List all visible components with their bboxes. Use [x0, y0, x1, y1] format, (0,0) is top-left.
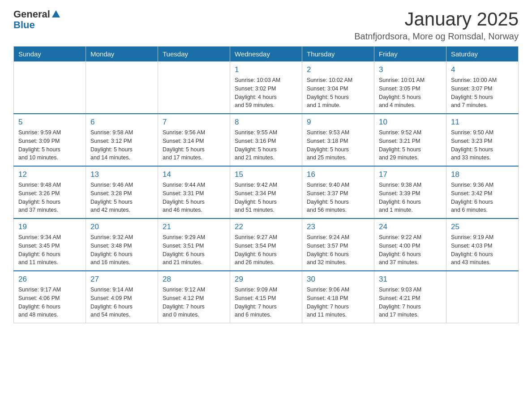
- day-info: Sunrise: 9:48 AM Sunset: 3:26 PM Dayligh…: [18, 181, 81, 214]
- header-monday: Monday: [86, 47, 158, 62]
- day-info: Sunrise: 9:22 AM Sunset: 4:00 PM Dayligh…: [379, 233, 442, 267]
- calendar-cell: 23Sunrise: 9:24 AM Sunset: 3:57 PM Dayli…: [302, 218, 374, 271]
- day-info: Sunrise: 9:40 AM Sunset: 3:37 PM Dayligh…: [307, 181, 369, 214]
- calendar-cell: 8Sunrise: 9:55 AM Sunset: 3:16 PM Daylig…: [230, 114, 302, 166]
- day-info: Sunrise: 10:01 AM Sunset: 3:05 PM Daylig…: [379, 76, 442, 110]
- calendar-cell: 30Sunrise: 9:06 AM Sunset: 4:18 PM Dayli…: [302, 271, 374, 323]
- calendar-cell: 10Sunrise: 9:52 AM Sunset: 3:21 PM Dayli…: [374, 114, 446, 166]
- day-info: Sunrise: 9:58 AM Sunset: 3:12 PM Dayligh…: [90, 128, 153, 162]
- calendar-cell: 16Sunrise: 9:40 AM Sunset: 3:37 PM Dayli…: [302, 166, 374, 218]
- day-info: Sunrise: 9:56 AM Sunset: 3:14 PM Dayligh…: [163, 128, 225, 162]
- calendar-table: Sunday Monday Tuesday Wednesday Thursday…: [13, 46, 519, 323]
- location: Batnfjordsora, More og Romsdal, Norway: [354, 31, 519, 42]
- day-number: 11: [451, 118, 514, 127]
- title-section: January 2025 Batnfjordsora, More og Roms…: [354, 9, 519, 42]
- calendar-cell: 13Sunrise: 9:46 AM Sunset: 3:28 PM Dayli…: [86, 166, 158, 218]
- day-number: 27: [90, 275, 153, 284]
- calendar-cell: 14Sunrise: 9:44 AM Sunset: 3:31 PM Dayli…: [158, 166, 230, 218]
- day-number: 29: [235, 275, 297, 284]
- calendar-row-2: 5Sunrise: 9:59 AM Sunset: 3:09 PM Daylig…: [14, 114, 519, 166]
- day-number: 3: [379, 65, 442, 74]
- calendar-cell: [446, 271, 519, 323]
- header-sunday: Sunday: [14, 47, 86, 62]
- calendar-cell: 3Sunrise: 10:01 AM Sunset: 3:05 PM Dayli…: [374, 62, 446, 114]
- calendar-row-3: 12Sunrise: 9:48 AM Sunset: 3:26 PM Dayli…: [14, 166, 519, 218]
- calendar-cell: 19Sunrise: 9:34 AM Sunset: 3:45 PM Dayli…: [14, 218, 86, 271]
- calendar-cell: 11Sunrise: 9:50 AM Sunset: 3:23 PM Dayli…: [446, 114, 519, 166]
- day-info: Sunrise: 9:14 AM Sunset: 4:09 PM Dayligh…: [90, 286, 153, 319]
- day-number: 6: [90, 118, 153, 127]
- day-number: 21: [163, 223, 225, 231]
- day-info: Sunrise: 10:00 AM Sunset: 3:07 PM Daylig…: [451, 76, 514, 110]
- day-number: 8: [235, 118, 297, 127]
- day-number: 17: [379, 170, 442, 179]
- day-number: 20: [90, 223, 153, 231]
- calendar-cell: 4Sunrise: 10:00 AM Sunset: 3:07 PM Dayli…: [446, 62, 519, 114]
- calendar-cell: 2Sunrise: 10:02 AM Sunset: 3:04 PM Dayli…: [302, 62, 374, 114]
- day-info: Sunrise: 9:59 AM Sunset: 3:09 PM Dayligh…: [18, 128, 81, 162]
- calendar-cell: 27Sunrise: 9:14 AM Sunset: 4:09 PM Dayli…: [86, 271, 158, 323]
- header-friday: Friday: [374, 47, 446, 62]
- day-number: 4: [451, 65, 514, 74]
- day-number: 14: [163, 170, 225, 179]
- day-number: 9: [307, 118, 369, 127]
- calendar-header-row: Sunday Monday Tuesday Wednesday Thursday…: [14, 47, 519, 62]
- header-wednesday: Wednesday: [230, 47, 302, 62]
- calendar-cell: 15Sunrise: 9:42 AM Sunset: 3:34 PM Dayli…: [230, 166, 302, 218]
- calendar-cell: 26Sunrise: 9:17 AM Sunset: 4:06 PM Dayli…: [14, 271, 86, 323]
- day-number: 30: [307, 275, 369, 284]
- day-info: Sunrise: 10:02 AM Sunset: 3:04 PM Daylig…: [307, 76, 369, 110]
- day-info: Sunrise: 9:46 AM Sunset: 3:28 PM Dayligh…: [90, 181, 153, 214]
- calendar-cell: 21Sunrise: 9:29 AM Sunset: 3:51 PM Dayli…: [158, 218, 230, 271]
- day-number: 10: [379, 118, 442, 127]
- calendar-cell: 1Sunrise: 10:03 AM Sunset: 3:02 PM Dayli…: [230, 62, 302, 114]
- calendar-cell: 5Sunrise: 9:59 AM Sunset: 3:09 PM Daylig…: [14, 114, 86, 166]
- day-number: 16: [307, 170, 369, 179]
- day-info: Sunrise: 9:09 AM Sunset: 4:15 PM Dayligh…: [235, 286, 297, 319]
- day-number: 13: [90, 170, 153, 179]
- day-info: Sunrise: 9:19 AM Sunset: 4:03 PM Dayligh…: [451, 233, 514, 267]
- day-info: Sunrise: 10:03 AM Sunset: 3:02 PM Daylig…: [235, 76, 297, 110]
- day-info: Sunrise: 9:12 AM Sunset: 4:12 PM Dayligh…: [163, 286, 225, 319]
- logo-triangle-icon: [51, 9, 61, 19]
- day-info: Sunrise: 9:17 AM Sunset: 4:06 PM Dayligh…: [18, 286, 81, 319]
- day-info: Sunrise: 9:24 AM Sunset: 3:57 PM Dayligh…: [307, 233, 369, 267]
- day-info: Sunrise: 9:03 AM Sunset: 4:21 PM Dayligh…: [379, 286, 442, 319]
- page-header: General Blue January 2025 Batnfjordsora,…: [13, 9, 519, 42]
- day-number: 5: [18, 118, 81, 127]
- day-info: Sunrise: 9:44 AM Sunset: 3:31 PM Dayligh…: [163, 181, 225, 214]
- calendar-cell: 22Sunrise: 9:27 AM Sunset: 3:54 PM Dayli…: [230, 218, 302, 271]
- calendar-cell: 25Sunrise: 9:19 AM Sunset: 4:03 PM Dayli…: [446, 218, 519, 271]
- calendar-row-4: 19Sunrise: 9:34 AM Sunset: 3:45 PM Dayli…: [14, 218, 519, 271]
- calendar-cell: 6Sunrise: 9:58 AM Sunset: 3:12 PM Daylig…: [86, 114, 158, 166]
- header-thursday: Thursday: [302, 47, 374, 62]
- calendar-cell: 29Sunrise: 9:09 AM Sunset: 4:15 PM Dayli…: [230, 271, 302, 323]
- day-info: Sunrise: 9:27 AM Sunset: 3:54 PM Dayligh…: [235, 233, 297, 267]
- calendar-row-5: 26Sunrise: 9:17 AM Sunset: 4:06 PM Dayli…: [14, 271, 519, 323]
- day-number: 7: [163, 118, 225, 127]
- day-info: Sunrise: 9:36 AM Sunset: 3:42 PM Dayligh…: [451, 181, 514, 214]
- calendar-cell: 20Sunrise: 9:32 AM Sunset: 3:48 PM Dayli…: [86, 218, 158, 271]
- calendar-cell: 28Sunrise: 9:12 AM Sunset: 4:12 PM Dayli…: [158, 271, 230, 323]
- calendar-cell: 18Sunrise: 9:36 AM Sunset: 3:42 PM Dayli…: [446, 166, 519, 218]
- calendar-cell: 9Sunrise: 9:53 AM Sunset: 3:18 PM Daylig…: [302, 114, 374, 166]
- header-tuesday: Tuesday: [158, 47, 230, 62]
- svg-marker-0: [52, 10, 60, 17]
- day-info: Sunrise: 9:06 AM Sunset: 4:18 PM Dayligh…: [307, 286, 369, 319]
- day-number: 28: [163, 275, 225, 284]
- day-info: Sunrise: 9:53 AM Sunset: 3:18 PM Dayligh…: [307, 128, 369, 162]
- day-info: Sunrise: 9:50 AM Sunset: 3:23 PM Dayligh…: [451, 128, 514, 162]
- logo-blue: Blue: [13, 19, 35, 30]
- day-info: Sunrise: 9:29 AM Sunset: 3:51 PM Dayligh…: [163, 233, 225, 267]
- calendar-cell: 24Sunrise: 9:22 AM Sunset: 4:00 PM Dayli…: [374, 218, 446, 271]
- day-info: Sunrise: 9:55 AM Sunset: 3:16 PM Dayligh…: [235, 128, 297, 162]
- day-number: 24: [379, 223, 442, 231]
- day-number: 12: [18, 170, 81, 179]
- calendar-cell: 12Sunrise: 9:48 AM Sunset: 3:26 PM Dayli…: [14, 166, 86, 218]
- day-info: Sunrise: 9:42 AM Sunset: 3:34 PM Dayligh…: [235, 181, 297, 214]
- day-number: 19: [18, 223, 81, 231]
- day-number: 23: [307, 223, 369, 231]
- calendar-cell: 17Sunrise: 9:38 AM Sunset: 3:39 PM Dayli…: [374, 166, 446, 218]
- day-number: 15: [235, 170, 297, 179]
- day-info: Sunrise: 9:52 AM Sunset: 3:21 PM Dayligh…: [379, 128, 442, 162]
